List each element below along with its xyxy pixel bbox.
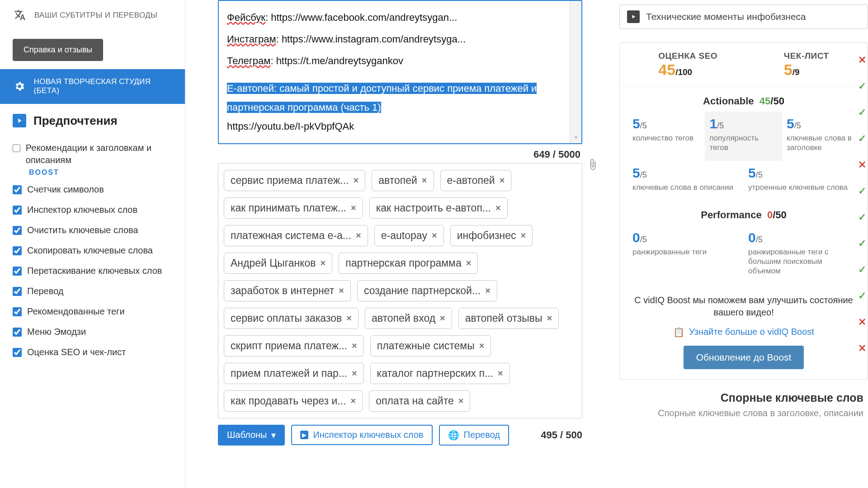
- tag-chip[interactable]: инфобизнес×: [450, 225, 533, 246]
- tag-remove-icon[interactable]: ×: [479, 341, 485, 351]
- pref-checkbox[interactable]: [13, 267, 22, 276]
- pref-checkbox[interactable]: [13, 328, 22, 337]
- tag-chip[interactable]: сервис оплаты заказов×: [224, 308, 359, 329]
- x-mark-icon: ✕: [858, 343, 866, 354]
- vidiq-play-icon: ▶: [300, 431, 308, 439]
- tag-chip[interactable]: скрипт приема платеж...×: [224, 335, 364, 357]
- pref-checkbox[interactable]: [13, 348, 22, 357]
- boost-upgrade-button[interactable]: Обновление до Boost: [684, 346, 804, 369]
- tag-remove-icon[interactable]: ×: [485, 286, 491, 296]
- pref-checkbox[interactable]: [13, 287, 22, 296]
- tag-chip[interactable]: платежные системы×: [370, 335, 491, 357]
- tag-remove-icon[interactable]: ×: [521, 230, 526, 241]
- templates-button[interactable]: Шаблоны ▾: [218, 425, 285, 446]
- pref-check-8[interactable]: Меню Эмодзи: [0, 322, 185, 342]
- check-mark-icon: ✓: [858, 185, 866, 197]
- tag-remove-icon[interactable]: ×: [339, 286, 344, 296]
- tag-chip[interactable]: автопей отзывы×: [458, 308, 559, 329]
- tag-chip[interactable]: создание партнерской...×: [357, 280, 497, 301]
- tag-chip[interactable]: как принимать платеж...×: [224, 197, 363, 219]
- tag-label: прием платежей и пар...: [231, 367, 347, 380]
- tag-chip[interactable]: сервис приема платеж...×: [224, 170, 365, 191]
- tag-remove-icon[interactable]: ×: [351, 396, 356, 406]
- sidebar-subtitles[interactable]: ВАШИ СУБТИТРЫ И ПЕРЕВОДЫ: [0, 0, 185, 31]
- pref-checkbox[interactable]: [13, 226, 22, 235]
- checklist-score-block: ЧЕК-ЛИСТ 5/9: [784, 51, 829, 79]
- tag-chip[interactable]: прием платежей и пар...×: [224, 363, 364, 384]
- tag-remove-icon[interactable]: ×: [351, 203, 356, 213]
- pref-check-6[interactable]: Перевод: [0, 281, 185, 301]
- check-mark-icon: ✓: [858, 107, 866, 118]
- tag-chip[interactable]: автопей вход×: [365, 308, 452, 329]
- tag-remove-icon[interactable]: ×: [353, 175, 359, 186]
- tag-chip[interactable]: автопей×: [372, 170, 434, 191]
- tag-chip[interactable]: как продавать через и...×: [224, 390, 363, 412]
- tag-remove-icon[interactable]: ×: [495, 203, 501, 213]
- tag-remove-icon[interactable]: ×: [356, 230, 361, 241]
- tag-remove-icon[interactable]: ×: [346, 313, 352, 324]
- actionable-score-cell[interactable]: 5/5ключевые слова в заголовке: [782, 112, 859, 161]
- tags-toolbar: Шаблоны ▾ ▶Инспектор ключевых слов 🌐Пере…: [218, 418, 582, 446]
- actionable-score-cell[interactable]: 5/5ключевые слова в описании: [628, 161, 744, 200]
- pref-checkbox[interactable]: [13, 307, 22, 316]
- tag-chip[interactable]: партнерская программа×: [339, 253, 478, 274]
- tag-chip[interactable]: оплата на сайте×: [369, 390, 470, 412]
- pref-check-7[interactable]: Рекомендованные теги: [0, 301, 185, 322]
- tag-remove-icon[interactable]: ×: [352, 341, 357, 351]
- pref-check-2[interactable]: Инспектор ключевых слов: [0, 200, 185, 220]
- pref-checkbox[interactable]: [13, 185, 22, 194]
- sidebar-creator-studio[interactable]: НОВАЯ ТВОРЧЕСКАЯ СТУДИЯ (БЕТА): [0, 69, 185, 104]
- tag-chip[interactable]: е-автопей×: [440, 170, 512, 191]
- tag-label: автопей вход: [372, 312, 435, 324]
- check-mark-icon: ✓: [858, 133, 866, 145]
- chevron-down-icon: ▾: [271, 430, 276, 441]
- tag-remove-icon[interactable]: ×: [498, 368, 503, 379]
- keyword-inspector-button[interactable]: ▶Инспектор ключевых слов: [291, 425, 432, 445]
- tag-remove-icon[interactable]: ×: [547, 313, 552, 324]
- help-feedback-button[interactable]: Справка и отзывы: [13, 39, 103, 61]
- copy-icon: 📋: [673, 327, 684, 338]
- attachment-icon[interactable]: [587, 159, 599, 173]
- tag-remove-icon[interactable]: ×: [352, 368, 357, 379]
- tag-remove-icon[interactable]: ×: [321, 258, 326, 268]
- pref-check-5[interactable]: Перетаскивание ключевых слов: [0, 261, 185, 281]
- pref-check-9[interactable]: Оценка SEO и чек-лист: [0, 342, 185, 362]
- description-line: Телеграм: https://t.me/andreytsygankov: [227, 52, 573, 70]
- performance-score-cell[interactable]: 0/5ранжированные теги: [628, 225, 744, 284]
- tag-remove-icon[interactable]: ×: [458, 396, 464, 406]
- pref-checkbox[interactable]: [13, 246, 22, 255]
- pref-check-1[interactable]: Счетчик символов: [0, 179, 185, 200]
- pref-check-3[interactable]: Очистить ключевые слова: [0, 220, 185, 240]
- actionable-score-cell[interactable]: 5/5количество тегов: [628, 112, 705, 161]
- pref-check-4[interactable]: Скопировать ключевые слова: [0, 240, 185, 261]
- globe-icon: 🌐: [448, 430, 459, 441]
- tag-chip[interactable]: e-autopay×: [374, 225, 444, 246]
- tag-remove-icon[interactable]: ×: [500, 175, 505, 186]
- performance-score-cell[interactable]: 0/5ранжированные теги с большим поисковы…: [744, 225, 859, 284]
- scrollbar-down-button[interactable]: [570, 1, 581, 143]
- description-textarea[interactable]: Фейсбук: https://www.facebook.com/andrey…: [218, 0, 582, 144]
- tag-remove-icon[interactable]: ×: [440, 313, 445, 324]
- boost-learn-more-link[interactable]: 📋 Узнайте больше о vidIQ Boost: [620, 323, 868, 346]
- tags-input[interactable]: сервис приема платеж...×автопей×е-автопе…: [218, 163, 582, 418]
- pref-checkbox[interactable]: [13, 144, 20, 153]
- tag-chip[interactable]: платежная система е-а...×: [224, 225, 368, 246]
- tag-chip[interactable]: как настроить е-автоп...×: [369, 197, 508, 219]
- pref-check-0[interactable]: Рекомендации к заголовкам и описаниям: [0, 138, 185, 170]
- actionable-score-cell[interactable]: 5/5утроенные ключевые слова: [744, 161, 859, 200]
- description-char-count: 649 / 5000: [218, 144, 582, 163]
- tech-moments-card[interactable]: Технические моменты инфобизнеса: [619, 5, 868, 29]
- tag-remove-icon[interactable]: ×: [432, 230, 437, 241]
- tag-chip[interactable]: Андрей Цыганков×: [224, 253, 332, 274]
- tag-remove-icon[interactable]: ×: [422, 175, 427, 186]
- check-mark-icon: ✓: [858, 238, 866, 249]
- tag-chip[interactable]: заработок в интернет×: [224, 280, 351, 301]
- tag-remove-icon[interactable]: ×: [466, 258, 472, 268]
- tag-label: автопей отзывы: [465, 312, 542, 324]
- pref-checkbox[interactable]: [13, 206, 22, 215]
- actionable-score-cell[interactable]: 1/5популярность тегов: [705, 112, 782, 161]
- pref-label: Инспектор ключевых слов: [27, 204, 137, 216]
- translate-button[interactable]: 🌐Перевод: [439, 425, 509, 446]
- tag-chip[interactable]: каталог партнерских п...×: [370, 363, 510, 384]
- pref-label: Оценка SEO и чек-лист: [27, 346, 126, 358]
